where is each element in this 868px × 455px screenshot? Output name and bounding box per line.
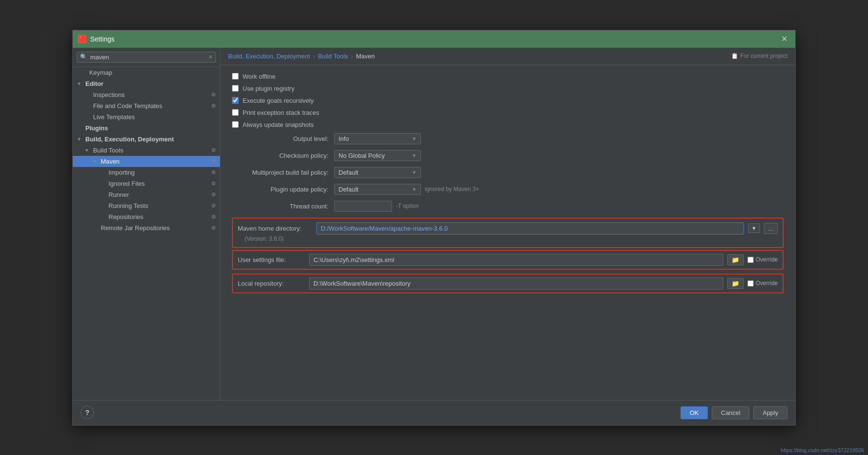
sidebar-item-running-tests[interactable]: Running Tests ⚙ [73,200,220,211]
maven-home-section: Maven home directory: ▼ … (Version: 3.6.… [232,218,784,248]
editor-arrow: ▼ [77,81,83,86]
sidebar-item-plugins[interactable]: Plugins [73,123,220,134]
sidebar-item-plugins-label: Plugins [85,124,108,132]
sidebar-item-repositories-label: Repositories [108,213,143,221]
thread-count-control: -T option [334,201,784,212]
sidebar-item-remote-jar-repos-label: Remote Jar Repositories [101,224,170,232]
multiproject-fail-dropdown[interactable]: Default ▼ [334,167,421,178]
search-input[interactable] [90,54,205,61]
dialog-body: 🔍 ✕ Keymap ▼ Editor I [73,48,795,400]
plugin-update-arrow: ▼ [412,187,417,192]
output-level-label: Output level: [232,135,328,142]
sidebar-item-live-templates[interactable]: Live Templates [73,111,220,123]
sidebar-item-maven-label: Maven [101,158,120,165]
help-button[interactable]: ? [81,406,94,419]
breadcrumb-build-tools[interactable]: Build Tools [318,53,348,60]
sidebar-item-importing-label: Importing [108,169,135,176]
user-settings-input[interactable] [309,254,723,266]
apply-button[interactable]: Apply [753,406,787,419]
execute-goals-checkbox[interactable] [232,97,239,104]
nav-tree: Keymap ▼ Editor Inspections ⚙ File and C… [73,67,220,400]
plugin-update-dropdown[interactable]: Default ▼ [334,184,421,195]
breadcrumb-maven: Maven [356,53,375,60]
maven-home-browse-btn[interactable]: … [764,223,778,234]
breadcrumb-build-exec-deploy[interactable]: Build, Execution, Deployment [228,53,310,60]
sidebar-item-editor[interactable]: ▼ Editor [73,78,220,89]
footer: ? OK Cancel Apply [73,400,795,425]
maven-home-input[interactable] [316,222,744,234]
sidebar-item-repositories[interactable]: Repositories ⚙ [73,211,220,222]
local-repo-browse-btn[interactable]: 📁 [727,278,744,289]
cancel-button[interactable]: Cancel [712,406,749,419]
always-update-checkbox[interactable] [232,121,239,128]
local-repo-input[interactable] [309,277,723,290]
search-wrap[interactable]: 🔍 ✕ [77,52,216,63]
multiproject-fail-row: Multiproject build fail policy: Default … [232,167,784,178]
maven-home-dropdown-btn[interactable]: ▼ [748,223,760,233]
sidebar-item-keymap-label: Keymap [89,69,112,76]
work-offline-checkbox[interactable] [232,73,239,80]
user-settings-override-label[interactable]: Override [756,256,778,263]
sidebar: 🔍 ✕ Keymap ▼ Editor I [73,48,220,400]
work-offline-row: Work offline [232,73,784,80]
sidebar-item-build-exec-deploy-label: Build, Execution, Deployment [85,136,174,143]
build-tools-settings-icon: ⚙ [211,147,216,153]
footer-left: ? [81,406,94,419]
execute-goals-label[interactable]: Execute goals recursively [243,97,313,104]
user-settings-override-wrap: Override [747,256,778,263]
settings-panel: Work offline Use plugin registry Execute… [220,65,795,400]
ignored-files-settings-icon: ⚙ [211,180,216,187]
sidebar-item-ignored-files-label: Ignored Files [108,180,145,187]
breadcrumb: Build, Execution, Deployment › Build Too… [220,48,795,65]
plugin-update-control: Default ▼ ignored by Maven 3+ [334,184,784,195]
sidebar-item-inspections[interactable]: Inspections ⚙ [73,89,220,100]
user-settings-override-checkbox[interactable] [747,257,754,263]
user-settings-label: User settings file: [238,256,305,263]
search-box: 🔍 ✕ [73,48,220,67]
multiproject-fail-label: Multiproject build fail policy: [232,169,328,176]
checksum-policy-label: Checksum policy: [232,152,328,159]
search-clear-icon[interactable]: ✕ [208,54,213,60]
work-offline-label[interactable]: Work offline [243,73,275,80]
always-update-label[interactable]: Always update snapshots [243,121,313,128]
use-plugin-registry-checkbox[interactable] [232,85,239,92]
close-button[interactable]: ✕ [778,33,790,44]
maven-version-note: (Version: 3.6.0) [244,235,778,242]
sidebar-item-file-code-templates[interactable]: File and Code Templates ⚙ [73,100,220,111]
checksum-policy-dropdown[interactable]: No Global Policy ▼ [334,150,421,161]
sidebar-item-ignored-files[interactable]: Ignored Files ⚙ [73,178,220,189]
sidebar-item-build-tools[interactable]: ▼ Build Tools ⚙ [73,145,220,156]
sidebar-item-remote-jar-repos[interactable]: Remote Jar Repositories ⚙ [73,222,220,234]
ok-button[interactable]: OK [680,406,708,419]
sidebar-item-maven[interactable]: ▼ Maven ⚙ [73,156,220,167]
runner-settings-icon: ⚙ [211,192,216,198]
thread-count-input[interactable] [334,201,392,212]
multiproject-fail-control: Default ▼ [334,167,784,178]
local-repo-override-wrap: Override [747,280,778,287]
user-settings-browse-btn[interactable]: 📁 [727,254,744,265]
sidebar-item-build-exec-deploy[interactable]: ▼ Build, Execution, Deployment [73,134,220,145]
maven-settings-icon: ⚙ [211,158,216,165]
sidebar-item-inspections-label: Inspections [93,91,125,98]
settings-dialog: 🔴 Settings ✕ 🔍 ✕ Keymap [72,30,796,426]
watermark: https://blog.csdn.net/zzy372219506 [781,447,864,453]
print-exception-label[interactable]: Print exception stack traces [243,109,319,116]
thread-count-row: Thread count: -T option [232,201,784,212]
use-plugin-registry-label[interactable]: Use plugin registry [243,85,295,92]
output-level-dropdown[interactable]: Info ▼ [334,133,421,144]
print-exception-row: Print exception stack traces [232,109,784,116]
local-repo-override-checkbox[interactable] [747,280,754,287]
title-bar: 🔴 Settings ✕ [73,30,795,48]
print-exception-checkbox[interactable] [232,109,239,116]
build-tools-arrow: ▼ [84,148,91,153]
plugin-update-note: ignored by Maven 3+ [425,186,479,193]
local-repo-override-label[interactable]: Override [756,280,778,287]
local-repo-label: Local repository: [238,280,305,287]
local-repo-row: Local repository: 📁 Override [232,274,784,293]
sidebar-item-runner[interactable]: Runner ⚙ [73,189,220,200]
sidebar-item-importing[interactable]: Importing ⚙ [73,167,220,178]
remote-jar-repos-settings-icon: ⚙ [211,225,216,231]
thread-count-label: Thread count: [232,203,328,210]
sidebar-item-keymap[interactable]: Keymap [73,67,220,78]
execute-goals-row: Execute goals recursively [232,97,784,104]
